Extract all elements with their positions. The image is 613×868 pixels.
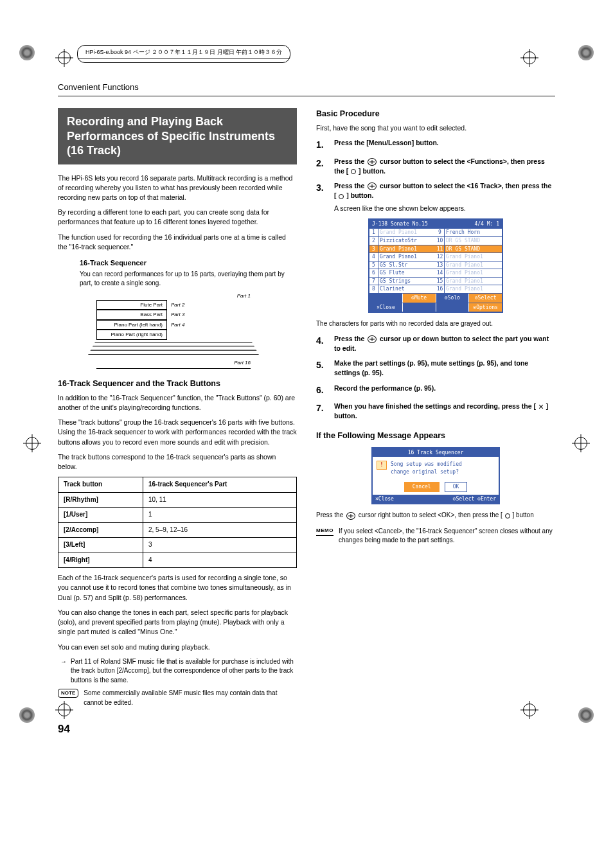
crop-mark-tr	[578, 45, 594, 60]
note-icon: NOTE	[58, 689, 78, 698]
arrow-note: Part 11 of Roland SMF music file that is…	[58, 657, 297, 686]
step-6: 6. Record the performance (p. 95).	[316, 384, 555, 396]
sub1-p1: In addition to the "16-Track Sequencer" …	[58, 393, 297, 412]
left-column: Recording and Playing Back Performances …	[58, 108, 297, 707]
circle-icon	[351, 169, 356, 174]
after-p3: You can even set solo and muting during …	[58, 642, 297, 652]
cursor-icon	[346, 512, 355, 520]
seq-box-head: 16-Track Sequencer	[80, 258, 297, 269]
running-head: Convenient Functions	[58, 82, 555, 92]
press-instruction: Press the cursor right button to select …	[316, 511, 555, 520]
registration-mark-top-right	[523, 51, 536, 64]
cursor-icon	[368, 182, 377, 190]
cursor-icon	[368, 158, 377, 166]
right-column: Basic Procedure First, have the song tha…	[316, 108, 555, 707]
crop-mark-bl	[19, 707, 35, 723]
cursor-icon	[368, 335, 377, 343]
message-head: If the Following Message Appears	[316, 430, 555, 441]
note-row: NOTE Some commercially available SMF mus…	[58, 689, 297, 707]
crop-mark-tl	[19, 45, 35, 60]
registration-mark-left	[26, 437, 39, 450]
basic-lead: First, have the song that you want to ed…	[316, 123, 555, 133]
memo-icon: MEMO	[316, 527, 333, 536]
registration-mark-bottom-right	[523, 704, 536, 716]
circle-icon	[505, 513, 510, 518]
print-header-box: HPi-6S-e.book 94 ページ ２００７年１１月１９日 月曜日 午前１…	[77, 45, 290, 63]
intro-p3: The function used for recording the 16 i…	[58, 233, 297, 252]
step-3: 3. Press the cursor button to select the…	[316, 181, 555, 213]
step-2: 2. Press the cursor button to select the…	[316, 157, 555, 176]
step-4: 4. Press the cursor up or down button to…	[316, 334, 555, 353]
registration-mark-right	[574, 437, 587, 450]
intro-p2: By recording a different tone to each pa…	[58, 208, 297, 227]
intro-p1: The HPi-6S lets you record 16 separate p…	[58, 173, 297, 203]
after-p1: Each of the 16-track sequencer's parts i…	[58, 573, 297, 603]
subhead-track-buttons: 16-Track Sequencer and the Track Buttons	[58, 378, 297, 389]
track-button-table: Track button16-track Sequencer's Part [R…	[58, 477, 297, 568]
dialog-screen: 16 Track Sequencer ! Song setup was modi…	[371, 447, 500, 505]
warning-icon: !	[377, 461, 387, 470]
page-number: 94	[58, 723, 555, 736]
crop-mark-br	[578, 707, 594, 723]
section-title: Recording and Playing Back Performances …	[58, 108, 297, 164]
screen-caption: The characters for parts with no recorde…	[316, 319, 555, 329]
step-1: 1. Press the [Menu/Lesson] button.	[316, 138, 555, 151]
memo-text: If you select <Cancel>, the "16-track Se…	[339, 527, 555, 545]
sub1-p3: The track buttons correspond to the 16-t…	[58, 452, 297, 472]
rule	[58, 96, 555, 96]
seq-box-desc: You can record performances for up to 16…	[80, 270, 297, 288]
memo-row: MEMO If you select <Cancel>, the "16-tra…	[316, 527, 555, 545]
registration-mark-top-left	[58, 51, 71, 64]
x-icon	[538, 404, 544, 409]
after-p2: You can also change the tones in each pa…	[58, 608, 297, 637]
basic-procedure-head: Basic Procedure	[316, 108, 555, 120]
dialog-cancel: Cancel	[404, 482, 440, 492]
note-text: Some commercially available SMF music fi…	[84, 689, 297, 707]
circle-icon	[339, 194, 344, 199]
registration-mark-bottom-left	[58, 704, 71, 716]
sequencer-screen: J-138 Sonate No.154/4 M: 1 1Grand Piano1…	[368, 218, 503, 314]
dialog-ok: OK	[445, 482, 468, 492]
step-5: 5. Make the part settings (p. 95), mute …	[316, 359, 555, 378]
sub1-p2: These "track buttons" group the 16-track…	[58, 418, 297, 447]
print-header-text: HPi-6S-e.book 94 ページ ２００７年１１月１９日 月曜日 午前１…	[85, 48, 282, 57]
sequencer-diagram: Part 1 Flute PartPart 2 Bass PartPart 3 …	[96, 292, 251, 369]
step-7: 7. When you have finished the settings a…	[316, 402, 555, 421]
